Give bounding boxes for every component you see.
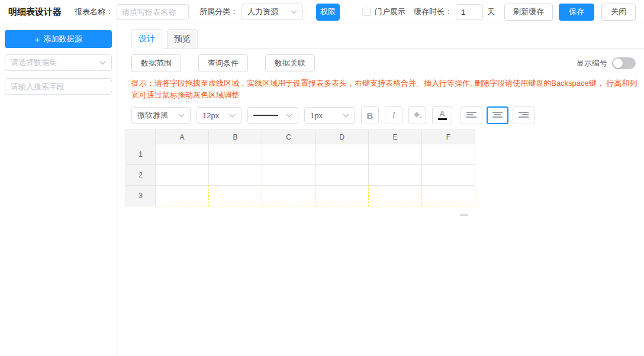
tab-design[interactable]: 设计 (131, 29, 162, 49)
cell-E1[interactable] (369, 144, 422, 165)
font-color-bar (438, 118, 447, 120)
tab-bar: 设计 预览 (131, 29, 644, 49)
column-header-C[interactable]: C (262, 130, 315, 144)
align-right-button[interactable] (513, 106, 534, 124)
border-style-select[interactable] (247, 107, 298, 124)
align-left-button[interactable] (461, 106, 482, 124)
resize-handle[interactable] (460, 214, 468, 216)
align-center-button[interactable] (487, 106, 508, 124)
cell-B1[interactable] (209, 144, 262, 165)
cell-B3[interactable] (209, 186, 262, 206)
grid-row-2: 2 (126, 165, 475, 186)
row-header-1[interactable]: 1 (126, 144, 156, 165)
cell-A1[interactable] (156, 144, 209, 165)
category-label: 所属分类： (199, 7, 238, 17)
tab-preview[interactable]: 预览 (167, 29, 198, 49)
font-family-value: 微软雅黑 (137, 110, 168, 121)
chevron-down-icon (291, 10, 297, 14)
align-center-icon (492, 111, 503, 119)
cell-C2[interactable] (262, 165, 315, 186)
query-condition-button[interactable]: 查询条件 (198, 54, 248, 72)
sidebar: + 添加数据源 请选择数据集 (0, 24, 117, 356)
dataset-select[interactable]: 请选择数据集 (5, 54, 112, 71)
row-header-2[interactable]: 2 (126, 165, 156, 186)
cell-E3[interactable] (369, 186, 422, 206)
main-panel: 设计 预览 数据范围 查询条件 数据关联 显示编号 提示：请将字段拖拽至虚线区域… (118, 24, 644, 356)
page-title: 明细表设计器 (8, 7, 62, 18)
fill-color-icon (413, 111, 422, 119)
column-header-D[interactable]: D (315, 130, 369, 144)
portal-display-checkbox[interactable] (362, 8, 371, 16)
cell-B2[interactable] (209, 165, 262, 186)
cell-C3[interactable] (262, 186, 315, 206)
chevron-down-icon (286, 114, 292, 118)
field-search-input[interactable] (11, 82, 115, 91)
hint-text: 提示：请将字段拖拽至虚线区域，实线区域用于设置报表多表头，右键支持表格合并、插入… (131, 77, 639, 101)
cell-D2[interactable] (315, 165, 369, 186)
add-datasource-label: 添加数据源 (43, 34, 82, 44)
column-header-A[interactable]: A (156, 130, 209, 144)
plus-icon: + (35, 35, 40, 44)
show-number-toggle[interactable] (612, 57, 636, 69)
column-header-F[interactable]: F (422, 130, 475, 144)
alignment-group (461, 106, 534, 124)
top-header: 明细表设计器 报表名称： 所属分类： 人力资源 权限 门户展示 缓存时长： 天 … (0, 0, 644, 24)
font-color-icon: A (439, 111, 445, 117)
column-header-E[interactable]: E (369, 130, 422, 144)
close-button[interactable]: 关闭 (601, 4, 636, 21)
grid-header-row: ABCDEF (126, 130, 475, 144)
font-color-button[interactable]: A (432, 106, 452, 124)
report-name-label: 报表名称： (75, 7, 113, 17)
data-range-button[interactable]: 数据范围 (131, 54, 181, 72)
italic-button[interactable]: I (385, 106, 402, 124)
chevron-down-icon (178, 114, 185, 118)
cache-unit-label: 天 (487, 7, 495, 17)
show-number-label: 显示编号 (577, 58, 607, 69)
align-left-icon (466, 111, 477, 119)
cell-F1[interactable] (422, 144, 475, 165)
font-family-select[interactable]: 微软雅黑 (131, 107, 191, 124)
cell-A2[interactable] (156, 165, 209, 186)
grid-body: 123 (126, 144, 475, 206)
data-relation-button[interactable]: 数据关联 (265, 54, 315, 72)
bold-button[interactable]: B (361, 106, 379, 124)
cell-C1[interactable] (262, 144, 315, 165)
grid-row-1: 1 (126, 144, 475, 165)
fill-color-button[interactable] (408, 106, 426, 124)
format-toolbar: 微软雅黑 12px 1px B I A (131, 106, 636, 124)
spreadsheet-grid: ABCDEF 123 (125, 130, 636, 216)
chevron-down-icon (99, 61, 106, 65)
chevron-down-icon (229, 114, 236, 118)
border-width-select[interactable]: 1px (304, 107, 355, 124)
add-datasource-button[interactable]: + 添加数据源 (5, 30, 112, 48)
cache-duration-input[interactable] (456, 4, 483, 20)
actions-row: 数据范围 查询条件 数据关联 显示编号 (131, 54, 636, 72)
grid-row-3: 3 (126, 186, 475, 206)
cell-F2[interactable] (422, 165, 475, 186)
dataset-placeholder: 请选择数据集 (11, 57, 57, 68)
category-value: 人力资源 (247, 7, 278, 17)
cell-D3[interactable] (315, 186, 369, 206)
font-size-value: 12px (202, 111, 219, 120)
row-header-3[interactable]: 3 (126, 186, 156, 206)
toggle-knob (613, 59, 623, 68)
cell-A3[interactable] (156, 186, 209, 206)
solid-line-icon (253, 115, 278, 116)
permission-button[interactable]: 权限 (316, 4, 340, 21)
align-right-icon (518, 111, 529, 119)
cell-E2[interactable] (369, 165, 422, 186)
cache-duration-label: 缓存时长： (414, 7, 452, 17)
save-button[interactable]: 保存 (559, 4, 594, 21)
refresh-cache-button[interactable]: 刷新缓存 (504, 4, 553, 21)
grid-corner-cell[interactable] (126, 130, 156, 144)
border-width-value: 1px (310, 111, 323, 120)
chevron-down-icon (343, 114, 349, 118)
column-header-B[interactable]: B (209, 130, 262, 144)
category-select[interactable]: 人力资源 (242, 4, 303, 20)
cell-F3[interactable] (422, 186, 475, 206)
field-search-box[interactable] (5, 78, 112, 95)
font-size-select[interactable]: 12px (197, 107, 242, 124)
report-name-input[interactable] (117, 4, 189, 20)
cell-D1[interactable] (315, 144, 369, 165)
portal-display-label: 门户展示 (375, 7, 405, 17)
